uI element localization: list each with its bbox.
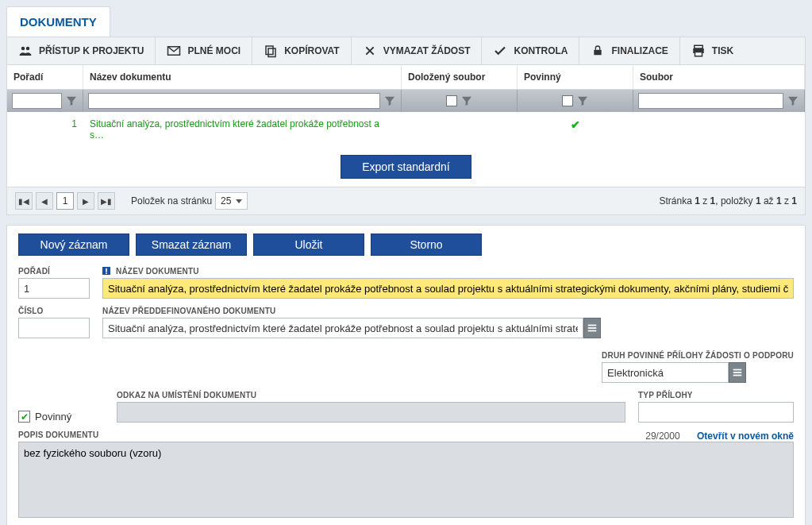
- per-page-value: 25: [221, 195, 231, 207]
- typ-input[interactable]: [638, 402, 794, 423]
- grid-header-soubor[interactable]: Soubor: [633, 65, 805, 89]
- group-icon: [18, 44, 33, 58]
- toolbar-copy[interactable]: KOPÍROVAT: [252, 37, 352, 64]
- grid-header-order[interactable]: Pořadí: [7, 65, 83, 89]
- cell-req: ✔: [518, 112, 633, 147]
- grid-data-row[interactable]: 1 Situační analýza, prostřednictvím kter…: [7, 112, 805, 147]
- order-input[interactable]: [18, 278, 90, 299]
- pager-first[interactable]: ▮◀: [15, 192, 33, 210]
- odkaz-input[interactable]: [117, 402, 625, 423]
- svg-rect-8: [106, 268, 107, 272]
- popis-textarea[interactable]: bez fyzického souboru (vzoru): [18, 442, 794, 518]
- filter-icon[interactable]: [65, 95, 78, 107]
- toolbar-check[interactable]: KONTROLA: [482, 37, 579, 64]
- popis-label: POPIS DOKUMENTU: [18, 430, 98, 439]
- filter-req-checkbox[interactable]: [562, 95, 573, 106]
- cislo-input[interactable]: [18, 318, 90, 338]
- cancel-button[interactable]: Storno: [371, 234, 482, 256]
- svg-rect-4: [595, 50, 602, 56]
- delete-record-button[interactable]: Smazat záznam: [136, 234, 247, 256]
- druh-input: [602, 362, 729, 383]
- mail-icon: [167, 44, 181, 58]
- filter-file-checkbox[interactable]: [446, 95, 457, 106]
- svg-rect-10: [588, 325, 597, 326]
- required-badge-icon: [102, 267, 110, 275]
- odkaz-label: ODKAZ NA UMÍSTĚNÍ DOKUMENTU: [117, 391, 625, 400]
- print-icon: [691, 44, 706, 58]
- grid-header-req[interactable]: Povinný: [518, 65, 633, 89]
- toolbar-print-label: TISK: [712, 45, 733, 56]
- grid-filter-row: [7, 90, 805, 112]
- pager-current: 1: [56, 192, 74, 210]
- cell-soubor: [633, 112, 805, 147]
- cell-order: 1: [7, 112, 83, 147]
- toolbar-finalize[interactable]: FINALIZACE: [579, 37, 679, 64]
- predef-label: NÁZEV PŘEDDEFINOVANÉHO DOKUMENTU: [102, 307, 601, 315]
- svg-point-1: [26, 47, 30, 51]
- pager-last[interactable]: ▶▮: [98, 192, 115, 210]
- pager-next[interactable]: ▶: [77, 192, 94, 210]
- pager-prev[interactable]: ◀: [36, 192, 53, 210]
- svg-rect-3: [268, 48, 275, 57]
- toolbar-access-label: PŘÍSTUP K PROJEKTU: [39, 45, 144, 56]
- toolbar-copy-label: KOPÍROVAT: [284, 45, 340, 56]
- grid-header-name[interactable]: Název dokumentu: [83, 65, 402, 89]
- svg-rect-13: [733, 369, 742, 371]
- list-icon: [732, 367, 743, 378]
- svg-point-0: [21, 47, 25, 51]
- toolbar-finalize-label: FINALIZACE: [611, 45, 668, 56]
- per-page-label: Položek na stránku: [131, 195, 212, 207]
- grid-header-file[interactable]: Doložený soubor: [402, 65, 518, 89]
- predef-input: [102, 318, 583, 338]
- filter-icon[interactable]: [787, 95, 799, 107]
- svg-rect-12: [588, 330, 597, 332]
- filter-icon[interactable]: [383, 95, 396, 107]
- toolbar-access[interactable]: PŘÍSTUP K PROJEKTU: [7, 37, 156, 64]
- chevron-down-icon: [236, 199, 242, 203]
- open-new-window-link[interactable]: Otevřít v novém okně: [697, 430, 794, 442]
- tab-dokumenty[interactable]: DOKUMENTY: [6, 6, 110, 37]
- svg-rect-9: [106, 272, 107, 274]
- cislo-label: ČÍSLO: [18, 307, 90, 315]
- new-record-button[interactable]: Nový záznam: [18, 234, 129, 256]
- x-icon: [363, 44, 377, 58]
- druh-picker-button[interactable]: [729, 362, 746, 383]
- docname-label: NÁZEV DOKUMENTU: [102, 267, 794, 276]
- svg-rect-11: [588, 327, 597, 329]
- cell-file: [402, 112, 518, 147]
- cell-name: Situační analýza, prostřednictvím které …: [83, 112, 402, 147]
- check-icon: ✔: [571, 118, 580, 131]
- povinny-checkbox-field[interactable]: ✔ Povinný: [18, 411, 104, 423]
- povinny-label: Povinný: [35, 411, 71, 423]
- filter-order-input[interactable]: [12, 93, 62, 109]
- svg-rect-15: [733, 375, 742, 376]
- druh-label: DRUH POVINNÉ PŘÍLOHY ŽÁDOSTI O PODPORU: [602, 351, 794, 360]
- filter-icon[interactable]: [576, 95, 589, 107]
- predef-picker-button[interactable]: [583, 318, 601, 338]
- toolbar-print[interactable]: TISK: [680, 37, 745, 64]
- check-icon: [493, 44, 507, 58]
- pager-status: Stránka 1 z 1, položky 1 až 1 z 1: [659, 195, 797, 207]
- svg-rect-7: [695, 52, 702, 56]
- save-button[interactable]: Uložit: [253, 234, 364, 256]
- filter-soubor-input[interactable]: [638, 93, 783, 109]
- svg-rect-2: [266, 46, 273, 55]
- povinny-checkbox[interactable]: ✔: [18, 411, 30, 423]
- copy-icon: [264, 44, 278, 58]
- lock-icon: [591, 44, 605, 58]
- svg-rect-5: [695, 45, 703, 48]
- popis-counter: 29/2000: [645, 430, 679, 442]
- docname-input[interactable]: [102, 278, 794, 299]
- filter-name-input[interactable]: [88, 93, 380, 109]
- toolbar-delete[interactable]: VYMAZAT ŽÁDOST: [352, 37, 483, 64]
- typ-label: TYP PŘÍLOHY: [638, 391, 794, 400]
- toolbar-delete-label: VYMAZAT ŽÁDOST: [383, 45, 471, 56]
- export-button[interactable]: Export standardní: [341, 155, 471, 179]
- grid-header-row: Pořadí Název dokumentu Doložený soubor P…: [7, 65, 805, 90]
- toolbar-poa[interactable]: PLNÉ MOCI: [156, 37, 252, 64]
- filter-icon[interactable]: [460, 95, 473, 107]
- svg-rect-14: [733, 372, 742, 373]
- toolbar-poa-label: PLNÉ MOCI: [187, 45, 241, 56]
- per-page-select[interactable]: 25: [215, 192, 248, 210]
- order-label: POŘADÍ: [18, 267, 90, 276]
